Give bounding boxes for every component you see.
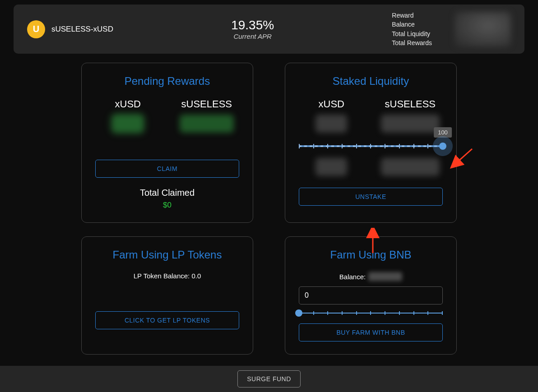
staked-xusd-value-blurred bbox=[315, 115, 347, 133]
farm-lp-title: Farm Using LP Tokens bbox=[95, 249, 239, 261]
buy-farm-bnb-button[interactable]: BUY FARM WITH BNB bbox=[299, 323, 443, 341]
header-right: Reward Balance Total Liquidity Total Rew… bbox=[392, 11, 511, 47]
staked-cols: xUSD sUSELESS bbox=[299, 98, 443, 133]
header-left: U sUSELESS-xUSD bbox=[27, 20, 113, 38]
apr-label: Current APR bbox=[231, 32, 274, 40]
token-icon: U bbox=[27, 20, 45, 38]
staked-suseless-value2-blurred bbox=[381, 158, 440, 176]
claim-button[interactable]: CLAIM bbox=[95, 160, 239, 178]
cards-grid: Pending Rewards xUSD sUSELESS CLAIM Tota… bbox=[0, 63, 538, 355]
staked-suseless-value-blurred bbox=[381, 115, 440, 133]
lp-balance-text: LP Token Balance: 0.0 bbox=[95, 272, 239, 280]
apr-value: 19.35% bbox=[231, 18, 274, 32]
bnb-balance-row: Balance: bbox=[299, 272, 443, 281]
bnb-amount-input[interactable] bbox=[299, 286, 443, 304]
stat-reward: Reward bbox=[392, 11, 432, 20]
staked-liquidity-card: Staked Liquidity xUSD sUSELESS 100 UNSTA… bbox=[285, 63, 457, 223]
pending-xusd-label: xUSD bbox=[95, 98, 161, 110]
bnb-slider-thumb[interactable] bbox=[295, 309, 302, 317]
unstake-slider[interactable]: 100 bbox=[299, 145, 443, 147]
staked-xusd-value2-blurred bbox=[315, 158, 347, 176]
staked-liquidity-title: Staked Liquidity bbox=[299, 75, 443, 88]
pending-suseless-value-blurred bbox=[180, 115, 234, 133]
get-lp-tokens-button[interactable]: CLICK TO GET LP TOKENS bbox=[95, 311, 239, 329]
stats-values-blurred bbox=[455, 12, 511, 47]
pending-rewards-card: Pending Rewards xUSD sUSELESS CLAIM Tota… bbox=[81, 63, 253, 223]
stat-balance: Balance bbox=[392, 20, 432, 29]
staked-xusd-label: xUSD bbox=[299, 98, 364, 110]
total-claimed-value: $0 bbox=[95, 201, 239, 210]
footer-bar: SURGE FUND bbox=[0, 366, 538, 392]
header-bar: U sUSELESS-xUSD 19.35% Current APR Rewar… bbox=[14, 5, 524, 54]
stat-total-rewards: Total Rewards bbox=[392, 38, 432, 47]
bnb-balance-value-blurred bbox=[368, 272, 402, 281]
pending-rewards-cols: xUSD sUSELESS bbox=[95, 98, 239, 133]
total-claimed-label: Total Claimed bbox=[95, 188, 239, 198]
bnb-slider[interactable] bbox=[299, 313, 443, 314]
farm-bnb-card: Farm Using BNB Balance: BUY FARM WITH BN… bbox=[285, 236, 457, 355]
unstake-button[interactable]: UNSTAKE bbox=[299, 188, 443, 206]
staked-suseless-label: sUSELESS bbox=[378, 98, 443, 110]
bnb-balance-label: Balance: bbox=[339, 273, 366, 281]
stat-total-liquidity: Total Liquidity bbox=[392, 29, 432, 38]
pending-xusd-value-blurred bbox=[112, 115, 144, 133]
farm-bnb-title: Farm Using BNB bbox=[299, 249, 443, 261]
bnb-slider-ticks bbox=[299, 311, 443, 315]
surge-fund-button[interactable]: SURGE FUND bbox=[237, 370, 301, 387]
slider-ticks bbox=[299, 144, 443, 148]
slider-track bbox=[299, 145, 443, 147]
farm-lp-card: Farm Using LP Tokens LP Token Balance: 0… bbox=[81, 236, 253, 355]
slider-value-label: 100 bbox=[434, 127, 452, 138]
slider-thumb[interactable] bbox=[439, 143, 446, 150]
token-name: sUSELESS-xUSD bbox=[51, 25, 113, 34]
bnb-slider-track bbox=[299, 313, 443, 314]
staked-cols-bottom bbox=[299, 158, 443, 176]
header-center: 19.35% Current APR bbox=[231, 18, 274, 40]
stats-labels: Reward Balance Total Liquidity Total Rew… bbox=[392, 11, 432, 47]
pending-suseless-label: sUSELESS bbox=[174, 98, 240, 110]
pending-rewards-title: Pending Rewards bbox=[95, 75, 239, 88]
